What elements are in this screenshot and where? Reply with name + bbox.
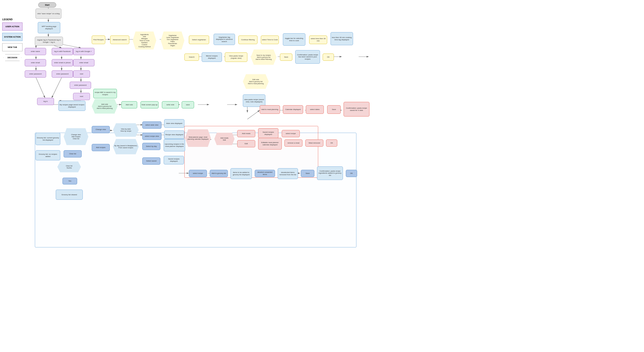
write-note-node: write note	[162, 101, 179, 108]
save-note-node: save	[182, 101, 194, 108]
add-note-btn-node: Add note	[122, 101, 137, 108]
svg-line-19	[52, 78, 62, 98]
saved-recipes-disp2-node: Saved recipes displayed	[258, 128, 278, 138]
yes-node: Yes	[62, 178, 77, 184]
enter-password3-node: enter password	[70, 82, 91, 89]
toggle-bar-node: toggle bar for selecting time to cook	[283, 33, 305, 46]
note-popup-node: Note screen pop-up	[140, 101, 158, 108]
add-to-grocery-node: Add to grocery list	[210, 170, 228, 177]
editable-meal-planner-node: Editable meal planner calendar displayed	[258, 138, 282, 150]
saved-recipes-displayed-node: Saved recipes displayed	[164, 156, 184, 164]
search-node: Search	[184, 54, 199, 61]
recipe-abc-node: recipe ABC is saved in my recipes	[93, 89, 117, 98]
system-action-box: SYSTEM ACTION	[2, 33, 22, 41]
user-action-box: USER ACTION	[2, 22, 22, 30]
aisle-view-displayed-node: Aisle view displayed	[164, 119, 184, 128]
vegetarian-tag-node: Vegetarian tag displayed in advance sear…	[214, 34, 235, 45]
add-to-meal-node: Add to meal planning	[260, 105, 280, 114]
advanced-search-node: Advanced search	[110, 36, 129, 44]
legend: LEGEND USER ACTION SYSTEM ACTION NEW TAB…	[2, 18, 22, 64]
clear-list-yesno-hex-node: Clear listYes/No	[57, 162, 81, 172]
save-meal-node: Save	[327, 105, 341, 114]
meal-planner-page-hex-node: Meal planner page: meal planning calenda…	[185, 129, 211, 147]
svg-line-18	[36, 78, 45, 98]
legend-new-tab: NEW TAB	[2, 43, 22, 51]
clear-list-node: Clear list	[64, 150, 82, 158]
edit-btn-node: Edit	[237, 140, 255, 147]
decision-hex: DECISION	[2, 54, 22, 62]
upcoming-recipes-node: Upcoming recipes in the meal planner dis…	[164, 139, 185, 151]
calendar-displayed-node: Calendar displayed	[283, 105, 303, 114]
add-recipes-node: Add recipes	[92, 144, 110, 151]
enter-password2-node: enter password	[52, 70, 73, 78]
confirmation-meal-node: Confirmation: pasta recipe saved for X d…	[344, 102, 370, 116]
grocery-cleared-node: Grocery list cleared	[56, 190, 83, 200]
my-recipes-node: My recipes page:saved recipes displayed	[58, 101, 86, 111]
enter-email2-node: enter email	[73, 59, 94, 66]
vegetarian-hex-node: VegetarianLacto VegetarianOvo Vegetarian…	[161, 32, 184, 50]
login-google-node: log in with Google +	[73, 48, 94, 55]
select-recipe-view-node: select recipe view	[142, 133, 162, 140]
legend-user-action: USER ACTION	[2, 22, 22, 30]
select-time-node: select Time to Cook	[261, 36, 279, 44]
legend-system-action: SYSTEM ACTION	[2, 33, 22, 41]
enter-name-node: enter name	[25, 48, 46, 55]
save-node: Save	[280, 54, 292, 61]
recipe-view-displayed-node: Recipe view displayed	[164, 130, 184, 139]
view-pasta-saved-node: view pasta recipe (saved view, note disp…	[243, 94, 265, 107]
by-day-hex-node: By day (saved in Mealplanner)From saved …	[113, 139, 139, 154]
next-node: next	[73, 70, 90, 78]
confirmation-saved-node: Confirmation: pasta recipe has been save…	[295, 50, 320, 64]
mpp-landing-node: MPP landing page displayed	[38, 22, 60, 33]
diagram-canvas: LEGEND USER ACTION SYSTEM ACTION NEW TAB…	[0, 0, 644, 352]
new-tab-box: NEW TAB	[2, 43, 22, 51]
confirmation-grocery-node: Confirmation: pasta recipe ingredients a…	[317, 166, 343, 180]
select-recipe-grocery-node: select recipe	[189, 170, 207, 177]
select-dates-node: select dates	[306, 105, 324, 114]
change-view-node: Change view	[92, 126, 110, 133]
add-meals-edit-hex-node: Add mealsEdit	[214, 133, 234, 145]
deselected-removed-node: deselected items removed from the list	[278, 168, 298, 179]
add-note-hex-node: Add noteAdd to grocery listAdd to Meal p…	[92, 99, 118, 114]
select-vegetarian-node: Select vegetarian	[189, 36, 209, 44]
save-grocery-node: Save	[301, 170, 314, 177]
login-facebook-node: log in with Facebook	[52, 48, 73, 55]
grocery-list-current-node: Grocery list: current grocery list displ…	[36, 133, 60, 145]
edit-note-hex-node: Edit noteAdd to grocery listAdd to meal …	[243, 74, 269, 89]
add-meals-node: Add meals	[237, 130, 255, 137]
select-saved-node: Select saved	[142, 158, 160, 165]
filtered-recipes-node: filtered recipes displayed	[202, 52, 222, 62]
deselect-unwanted-node: deselect unwanted items	[255, 170, 275, 177]
enter-password-node: enter password	[25, 70, 46, 78]
regular-login-node: regular log in Facebook log in Google + …	[35, 37, 63, 46]
continue-filtering-node: Continue filtering	[238, 36, 258, 44]
less30-displayed-node: less then 30 min cooking time tag displa…	[330, 32, 353, 45]
click-save-node: click "save recipe" on a blog	[36, 8, 62, 19]
find-recipes-node: Find Recipes	[92, 36, 105, 44]
change-add-clear-hex-node: Change viewAdd recipesClear list	[64, 128, 88, 145]
legend-title: LEGEND	[2, 18, 22, 21]
decision-shape: DECISION	[3, 54, 21, 61]
meal-removed-node: Meal removed	[305, 140, 323, 147]
select-by-day-node: Select by day	[142, 143, 160, 150]
enter-email-phone-node: enter email or phone	[52, 59, 73, 66]
enter-email-node: enter email	[25, 59, 46, 66]
ok-grocery-node: OK	[346, 170, 357, 177]
view-pasta-node: View pasta recipe (regular view)	[225, 52, 247, 62]
items-added-displayed-node: items to be added to grocery list displa…	[230, 168, 252, 179]
select-less30-node: select less then 30 min	[309, 36, 327, 44]
remove-meal-node: remove a meal	[284, 140, 302, 147]
ingredients-hex-node: IngredientsDietAllergiesTime to CookNutr…	[133, 32, 156, 50]
svg-line-43	[247, 110, 260, 119]
view-by-aisle-hex-node: View by aisleView by recipe	[113, 123, 139, 137]
legend-decision: DECISION	[2, 54, 22, 62]
select-aisle-view-node: select aisle view	[142, 122, 162, 129]
next2-node: next	[73, 93, 90, 100]
save-options-hex-node: Save to my recipesAdd to grocery listAdd…	[251, 50, 276, 65]
grocery-list-no-node: Grocery list: no recipes added	[36, 150, 60, 160]
start-node: Start	[38, 2, 56, 8]
select-recipe2-node: select recipe	[282, 130, 300, 137]
ok1-node: OK	[323, 54, 334, 61]
login-node: log in	[37, 98, 54, 105]
ok-meal-node: OK	[326, 140, 337, 147]
